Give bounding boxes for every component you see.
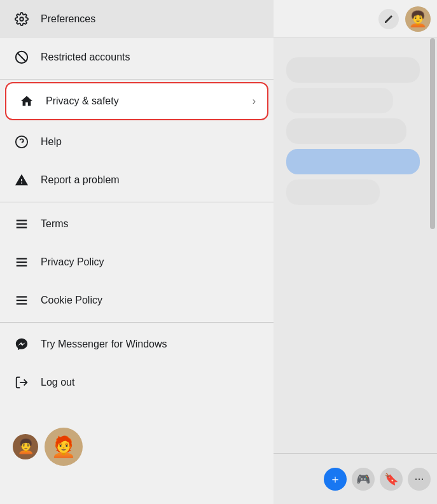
cookie-policy-label: Cookie Policy: [41, 295, 261, 306]
preferences-label: Preferences: [41, 13, 261, 25]
chat-header: / 🧑‍🦱: [274, 0, 437, 38]
try-messenger-label: Try Messenger for Windows: [41, 339, 261, 350]
menu-item-privacy-policy[interactable]: Privacy Policy: [0, 243, 274, 281]
report-problem-label: Report a problem: [41, 174, 261, 186]
menu-item-help[interactable]: Help: [0, 123, 274, 161]
bottom-action-icons: ＋ 🎮 🔖 ···: [324, 468, 431, 491]
privacy-safety-icon: [18, 92, 36, 110]
add-icon[interactable]: ＋: [324, 468, 347, 491]
menu-item-restricted-accounts[interactable]: Restricted accounts: [0, 38, 274, 76]
logout-label: Log out: [41, 377, 261, 388]
user-avatar-small: 🧑‍🦱: [13, 434, 38, 459]
games-icon[interactable]: 🎮: [352, 468, 375, 491]
menu-item-terms[interactable]: Terms: [0, 205, 274, 243]
scrollbar[interactable]: [430, 38, 435, 229]
privacy-policy-icon: [13, 253, 31, 271]
menu-item-try-messenger[interactable]: Try Messenger for Windows: [0, 325, 274, 363]
header-avatar: 🧑‍🦱: [405, 6, 431, 32]
try-messenger-icon: [13, 335, 31, 353]
help-label: Help: [41, 136, 261, 148]
divider-after-report-problem: [0, 202, 274, 202]
svg-point-0: [20, 17, 24, 21]
divider-after-cookie-policy: [0, 322, 274, 323]
dropdown-menu: Preferences Restricted accounts Privacy …: [0, 0, 274, 504]
report-problem-icon: [13, 171, 31, 189]
menu-item-report-problem[interactable]: Report a problem: [0, 161, 274, 199]
preferences-icon: [13, 10, 31, 28]
terms-label: Terms: [41, 218, 261, 230]
bookmark-icon[interactable]: 🔖: [380, 468, 403, 491]
help-icon: [13, 133, 31, 151]
privacy-safety-chevron: ›: [253, 95, 256, 107]
svg-line-2: [18, 53, 26, 62]
terms-icon: [13, 215, 31, 233]
divider-after-restricted-accounts: [0, 79, 274, 80]
privacy-safety-label: Privacy & safety: [46, 95, 242, 107]
cookie-policy-icon: [13, 291, 31, 309]
logout-icon: [13, 374, 31, 391]
privacy-policy-label: Privacy Policy: [41, 256, 261, 268]
edit-icon[interactable]: [378, 9, 399, 29]
more-icon[interactable]: ···: [408, 468, 431, 491]
restricted-accounts-label: Restricted accounts: [41, 52, 261, 63]
menu-item-cookie-policy[interactable]: Cookie Policy: [0, 281, 274, 319]
restricted-accounts-icon: [13, 48, 31, 66]
menu-item-privacy-safety[interactable]: Privacy & safety›: [5, 82, 268, 120]
menu-item-logout[interactable]: Log out: [0, 363, 274, 402]
menu-item-preferences[interactable]: Preferences: [0, 0, 274, 38]
user-avatar-main: 🧑‍🦰: [45, 428, 83, 466]
